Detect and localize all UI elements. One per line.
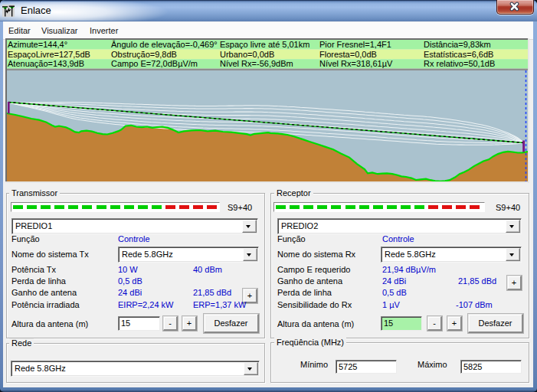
svg-text:Campo E=72,0dBµV/m: Campo E=72,0dBµV/m [111, 59, 198, 68]
svg-text:Urbano=0,0dB: Urbano=0,0dB [220, 50, 274, 59]
svg-text:Nível Rx=-56,9dBm: Nível Rx=-56,9dBm [220, 59, 293, 68]
svg-text:Distância=9,83km: Distância=9,83km [424, 40, 491, 49]
svg-text:Nível Rx=318,61µV: Nível Rx=318,61µV [319, 59, 393, 68]
svg-text:Atenuação=143,9dB: Atenuação=143,9dB [8, 59, 84, 68]
svg-text:Rx relativo=50,1dB: Rx relativo=50,1dB [424, 59, 495, 68]
svg-text:EspaçoLivre=127,5dB: EspaçoLivre=127,5dB [8, 50, 90, 59]
svg-text:Estatísticas=6,6dB: Estatísticas=6,6dB [424, 50, 493, 59]
svg-text:Pior Fresnel=1,4F1: Pior Fresnel=1,4F1 [319, 40, 391, 49]
svg-text:Espaço livre até 5,01km: Espaço livre até 5,01km [220, 40, 309, 49]
svg-text:Ângulo de elevação=-0,469°: Ângulo de elevação=-0,469° [111, 40, 218, 49]
svg-text:Azimute=144,4°: Azimute=144,4° [8, 40, 67, 49]
svg-text:Floresta=0,0dB: Floresta=0,0dB [319, 50, 377, 59]
svg-text:Obstrução=9,8dB: Obstrução=9,8dB [111, 50, 177, 59]
